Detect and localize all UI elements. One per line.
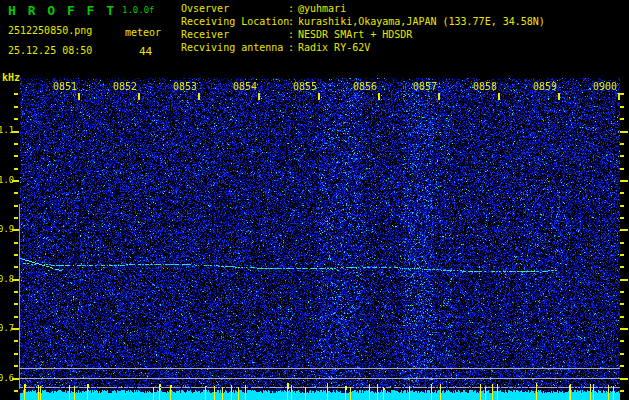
freq-minor-tick-right xyxy=(620,118,624,120)
info-value: @yuhmari xyxy=(298,3,346,14)
freq-minor-tick-left xyxy=(14,242,18,244)
freq-minor-tick-right xyxy=(620,291,624,293)
freq-minor-tick-right xyxy=(620,205,624,207)
freq-minor-tick-right xyxy=(620,155,624,157)
time-tick xyxy=(78,93,80,100)
freq-major-tick-right xyxy=(620,279,628,281)
time-tick xyxy=(258,93,260,100)
time-tick-label: 0856 xyxy=(351,82,377,92)
time-tick-label: 0858 xyxy=(471,82,497,92)
freq-tick-label: 1.1 xyxy=(0,126,13,135)
freq-minor-tick-right xyxy=(620,168,624,170)
spectrogram-canvas xyxy=(20,78,620,400)
freq-minor-tick-right xyxy=(620,192,624,194)
freq-minor-tick-left xyxy=(14,217,18,219)
time-tick-label: 0852 xyxy=(111,82,137,92)
freq-minor-tick-right xyxy=(620,340,624,342)
freq-minor-tick-right xyxy=(620,93,624,95)
station-info-panel: Ovserver:@yuhmari Receiving Location:kur… xyxy=(181,2,545,54)
freq-minor-tick-right xyxy=(620,390,624,392)
freq-tick-label: 1.0 xyxy=(0,176,13,185)
time-tick xyxy=(618,93,620,100)
time-tick xyxy=(138,93,140,100)
freq-major-tick-right xyxy=(620,131,628,133)
info-separator: : xyxy=(288,15,298,28)
time-tick xyxy=(558,93,560,100)
freq-minor-tick-left xyxy=(14,291,18,293)
freq-minor-tick-left xyxy=(14,106,18,108)
freq-minor-tick-right xyxy=(620,266,624,268)
plot-left-border-line xyxy=(19,204,20,389)
time-tick-label: 0851 xyxy=(51,82,77,92)
info-row-antenna: Recviving antenna:Radix RY-62V xyxy=(181,41,545,54)
freq-minor-tick-right xyxy=(620,217,624,219)
time-tick xyxy=(198,93,200,100)
time-tick xyxy=(318,93,320,100)
freq-minor-tick-left xyxy=(14,93,18,95)
info-separator: : xyxy=(288,41,298,54)
freq-major-tick-right xyxy=(620,328,628,330)
freq-minor-tick-right xyxy=(620,254,624,256)
y-axis-unit-label: kHz xyxy=(2,72,20,83)
freq-minor-tick-right xyxy=(620,365,624,367)
freq-tick-label: 0.9 xyxy=(0,225,13,234)
freq-minor-tick-left xyxy=(14,118,18,120)
info-separator: : xyxy=(288,2,298,15)
time-tick-label: 0900 xyxy=(591,82,617,92)
info-value: NESDR SMArt + HDSDR xyxy=(298,29,412,40)
time-tick-label: 0855 xyxy=(291,82,317,92)
freq-minor-tick-left xyxy=(14,143,18,145)
freq-major-tick-right xyxy=(620,180,628,182)
freq-minor-tick-left xyxy=(14,365,18,367)
echo-count-value: 44 xyxy=(139,45,152,58)
freq-minor-tick-left xyxy=(14,353,18,355)
info-value: kurashiki,Okayama,JAPAN (133.77E, 34.58N… xyxy=(298,16,545,27)
info-separator: : xyxy=(288,28,298,41)
freq-minor-tick-left xyxy=(14,303,18,305)
freq-minor-tick-left xyxy=(14,266,18,268)
freq-tick-label: 0.6 xyxy=(0,374,13,383)
info-row-observer: Ovserver:@yuhmari xyxy=(181,2,545,15)
app-version: 1.0.0f xyxy=(122,5,155,15)
freq-minor-tick-left xyxy=(14,254,18,256)
capture-datetime: 25.12.25 08:50 xyxy=(8,45,92,56)
info-label: Receiver xyxy=(181,28,288,41)
freq-major-tick-right xyxy=(620,229,628,231)
freq-minor-tick-right xyxy=(620,242,624,244)
output-filename: 2512250850.png xyxy=(8,25,92,36)
info-label: Receiving Location xyxy=(181,15,288,28)
time-tick-label: 0857 xyxy=(411,82,437,92)
time-tick-label: 0854 xyxy=(231,82,257,92)
freq-minor-tick-left xyxy=(14,316,18,318)
freq-minor-tick-left xyxy=(14,205,18,207)
time-tick-label: 0853 xyxy=(171,82,197,92)
freq-minor-tick-left xyxy=(14,390,18,392)
freq-minor-tick-left xyxy=(14,340,18,342)
freq-minor-tick-left xyxy=(14,168,18,170)
info-value: Radix RY-62V xyxy=(298,42,370,53)
hrofft-screen: H R O F F T 1.0.0f 2512250850.png meteor… xyxy=(0,0,629,400)
freq-tick-label: 0.8 xyxy=(0,275,13,284)
info-row-location: Receiving Location:kurashiki,Okayama,JAP… xyxy=(181,15,545,28)
app-title: H R O F F T xyxy=(8,3,116,18)
time-tick-label: 0859 xyxy=(531,82,557,92)
observation-name: meteor xyxy=(125,27,161,38)
info-label: Recviving antenna xyxy=(181,41,288,54)
time-tick xyxy=(498,93,500,100)
time-tick xyxy=(438,93,440,100)
freq-major-tick-right xyxy=(620,378,628,380)
freq-minor-tick-right xyxy=(620,303,624,305)
freq-minor-tick-right xyxy=(620,106,624,108)
freq-minor-tick-right xyxy=(620,316,624,318)
freq-minor-tick-left xyxy=(14,155,18,157)
freq-minor-tick-right xyxy=(620,143,624,145)
freq-minor-tick-left xyxy=(14,192,18,194)
time-tick xyxy=(378,93,380,100)
freq-minor-tick-right xyxy=(620,353,624,355)
info-label: Ovserver xyxy=(181,2,288,15)
freq-tick-label: 0.7 xyxy=(0,324,13,333)
info-row-receiver: Receiver:NESDR SMArt + HDSDR xyxy=(181,28,545,41)
